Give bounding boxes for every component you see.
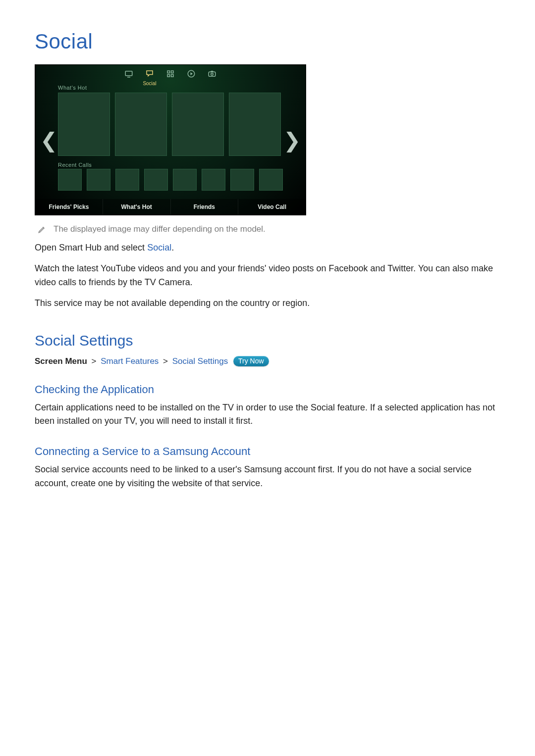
tab-friends-picks[interactable]: Friends' Picks xyxy=(35,199,103,215)
content-tile[interactable] xyxy=(115,93,167,156)
svg-rect-1 xyxy=(167,71,170,73)
arrow-right-icon[interactable]: ❯ xyxy=(283,128,301,152)
recent-calls-row xyxy=(58,169,283,191)
heading-social-settings: Social Settings xyxy=(35,332,500,349)
content-tile[interactable] xyxy=(172,93,224,156)
top-nav: Social xyxy=(124,69,217,79)
text: Open Smart Hub and select xyxy=(35,243,147,252)
tv-icon[interactable] xyxy=(124,69,134,79)
tv-screenshot: Social ❮ ❯ What's Hot Recent Calls xyxy=(35,64,306,215)
camera-icon[interactable] xyxy=(207,69,217,79)
content-tile[interactable] xyxy=(202,169,225,191)
tab-whats-hot[interactable]: What's Hot xyxy=(103,199,171,215)
content-tile[interactable] xyxy=(58,93,110,156)
content-tile[interactable] xyxy=(229,93,281,156)
svg-rect-6 xyxy=(209,72,215,76)
menu-path-smart-features: Smart Features xyxy=(101,356,159,366)
svg-rect-2 xyxy=(171,71,174,73)
section-label-recent-calls: Recent Calls xyxy=(58,162,92,168)
intro-paragraph-3: This service may be not available depend… xyxy=(35,297,500,310)
content-tile[interactable] xyxy=(144,169,168,191)
page-title: Social xyxy=(35,30,500,53)
breadcrumb-sep: > xyxy=(92,356,97,366)
image-disclaimer: The displayed image may differ depending… xyxy=(38,224,500,234)
svg-rect-3 xyxy=(167,75,170,77)
play-icon[interactable] xyxy=(186,69,196,79)
menu-path-root: Screen Menu xyxy=(35,356,87,366)
content-tile[interactable] xyxy=(173,169,197,191)
intro-paragraph-2: Watch the latest YouTube videos and you … xyxy=(35,262,500,290)
svg-point-7 xyxy=(211,73,214,76)
heading-connecting-service: Connecting a Service to a Samsung Accoun… xyxy=(35,445,500,458)
pencil-icon xyxy=(38,225,47,234)
social-icon[interactable]: Social xyxy=(145,69,155,79)
section-label-whats-hot: What's Hot xyxy=(58,85,87,91)
heading-checking-application: Checking the Application xyxy=(35,383,500,396)
content-tile[interactable] xyxy=(259,169,283,191)
arrow-left-icon[interactable]: ❮ xyxy=(40,128,57,152)
whats-hot-row xyxy=(58,93,281,156)
apps-icon[interactable] xyxy=(165,69,175,79)
connecting-service-body: Social service accounts need to be linke… xyxy=(35,463,500,491)
content-tile[interactable] xyxy=(230,169,254,191)
svg-rect-4 xyxy=(171,75,174,77)
try-now-badge[interactable]: Try Now xyxy=(233,356,269,366)
page: Social Social ❮ ❯ What's Hot xyxy=(0,0,535,527)
bottom-tabs: Friends' Picks What's Hot Friends Video … xyxy=(35,199,306,215)
menu-path-social-settings: Social Settings xyxy=(172,356,228,366)
svg-rect-0 xyxy=(125,71,132,76)
tab-friends[interactable]: Friends xyxy=(171,199,239,215)
keyword-social: Social xyxy=(147,243,171,252)
checking-application-body: Certain applications need to be installe… xyxy=(35,401,500,429)
breadcrumb-sep: > xyxy=(163,356,168,366)
text: . xyxy=(171,243,174,252)
intro-paragraph-1: Open Smart Hub and select Social. xyxy=(35,241,500,255)
image-disclaimer-text: The displayed image may differ depending… xyxy=(54,224,266,234)
content-tile[interactable] xyxy=(87,169,110,191)
content-tile[interactable] xyxy=(58,169,82,191)
content-tile[interactable] xyxy=(115,169,139,191)
menu-path: Screen Menu > Smart Features > Social Se… xyxy=(35,356,500,366)
social-icon-label: Social xyxy=(143,81,156,86)
tab-video-call[interactable]: Video Call xyxy=(238,199,306,215)
